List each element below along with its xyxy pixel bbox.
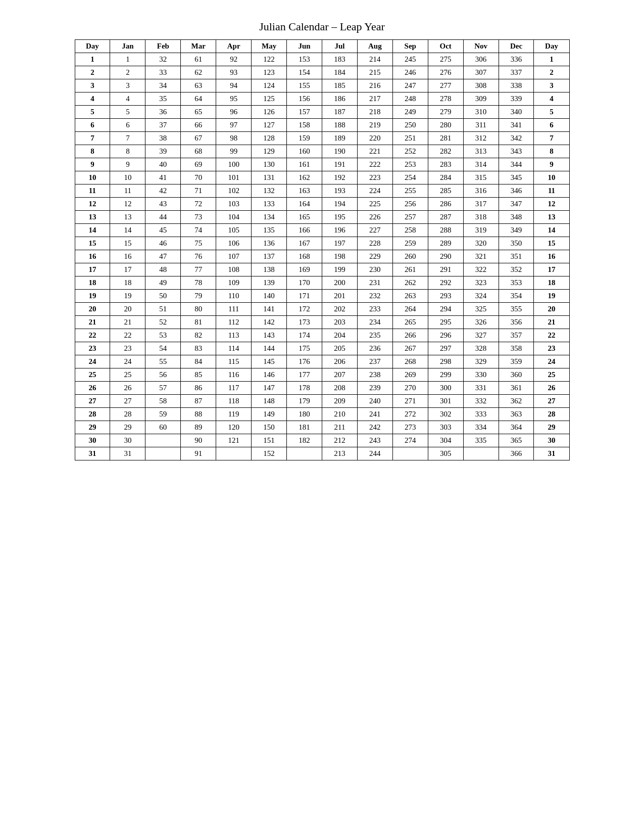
cell-aug: 216 <box>357 79 392 92</box>
cell-jun: 154 <box>287 66 322 79</box>
cell-nov: 322 <box>463 263 499 276</box>
cell-jan: 30 <box>110 434 145 447</box>
cell-sep: 269 <box>392 368 428 382</box>
day-label: 16 <box>75 250 110 263</box>
cell-aug: 235 <box>357 329 392 342</box>
cell-jun: 177 <box>287 368 322 382</box>
cell-apr: 101 <box>216 171 252 184</box>
table-row: 443564951251561862172482783093394 <box>75 92 569 106</box>
cell-aug: 241 <box>357 408 392 421</box>
cell-may: 130 <box>252 158 287 171</box>
day-label: 8 <box>75 145 110 158</box>
cell-may: 123 <box>252 66 287 79</box>
cell-dec: 338 <box>499 79 534 92</box>
cell-mar: 63 <box>181 79 216 92</box>
table-row: 30309012115118221224327430433536530 <box>75 434 569 447</box>
cell-jun: 170 <box>287 276 322 290</box>
day-label: 15 <box>75 237 110 250</box>
cell-mar: 91 <box>181 447 216 460</box>
cell-feb: 44 <box>145 211 181 224</box>
cell-jul: 203 <box>322 316 357 329</box>
cell-oct: 289 <box>428 237 463 250</box>
cell-dec: 352 <box>499 263 534 276</box>
day-label: 29 <box>75 421 110 434</box>
cell-feb: 51 <box>145 303 181 316</box>
column-header-jan: Jan <box>110 40 145 53</box>
cell-jul: 210 <box>322 408 357 421</box>
cell-dec: 342 <box>499 132 534 145</box>
column-header-oct: Oct <box>428 40 463 53</box>
cell-sep: 274 <box>392 434 428 447</box>
cell-jun: 180 <box>287 408 322 421</box>
cell-nov: 312 <box>463 132 499 145</box>
cell-aug: 222 <box>357 158 392 171</box>
cell-sep: 270 <box>392 382 428 395</box>
day-label: 17 <box>75 263 110 276</box>
day-label-end: 25 <box>534 368 569 382</box>
cell-jun: 161 <box>287 158 322 171</box>
cell-feb: 47 <box>145 250 181 263</box>
cell-dec: 349 <box>499 224 534 237</box>
cell-mar: 61 <box>181 53 216 66</box>
cell-oct: 286 <box>428 198 463 211</box>
cell-dec: 347 <box>499 198 534 211</box>
cell-aug: 226 <box>357 211 392 224</box>
cell-aug: 242 <box>357 421 392 434</box>
cell-sep: 258 <box>392 224 428 237</box>
table-row: 9940691001301611912222532833143449 <box>75 158 569 171</box>
cell-sep: 272 <box>392 408 428 421</box>
cell-nov: 321 <box>463 250 499 263</box>
cell-aug: 240 <box>357 395 392 408</box>
day-label: 4 <box>75 92 110 106</box>
cell-nov: 326 <box>463 316 499 329</box>
table-row: 663766971271581882192502803113416 <box>75 119 569 132</box>
cell-dec: 359 <box>499 355 534 368</box>
cell-dec: 360 <box>499 368 534 382</box>
day-label-end: 21 <box>534 316 569 329</box>
cell-sep: 264 <box>392 303 428 316</box>
cell-jul: 208 <box>322 382 357 395</box>
cell-oct: 292 <box>428 276 463 290</box>
column-header-feb: Feb <box>145 40 181 53</box>
cell-dec: 346 <box>499 184 534 198</box>
day-label-end: 29 <box>534 421 569 434</box>
cell-jun: 175 <box>287 342 322 355</box>
cell-may: 135 <box>252 224 287 237</box>
cell-jul: 192 <box>322 171 357 184</box>
cell-apr: 108 <box>216 263 252 276</box>
cell-feb: 43 <box>145 198 181 211</box>
cell-dec: 355 <box>499 303 534 316</box>
cell-dec: 337 <box>499 66 534 79</box>
day-label: 7 <box>75 132 110 145</box>
cell-aug: 218 <box>357 106 392 119</box>
cell-apr: 115 <box>216 355 252 368</box>
day-label: 18 <box>75 276 110 290</box>
cell-aug: 239 <box>357 382 392 395</box>
cell-aug: 219 <box>357 119 392 132</box>
cell-jan: 13 <box>110 211 145 224</box>
cell-nov: 335 <box>463 434 499 447</box>
cell-sep: 245 <box>392 53 428 66</box>
cell-jul: 186 <box>322 92 357 106</box>
cell-aug: 221 <box>357 145 392 158</box>
cell-oct: 297 <box>428 342 463 355</box>
cell-apr: 95 <box>216 92 252 106</box>
cell-dec: 357 <box>499 329 534 342</box>
cell-apr: 111 <box>216 303 252 316</box>
cell-jan: 4 <box>110 92 145 106</box>
cell-apr: 106 <box>216 237 252 250</box>
day-label-end: 3 <box>534 79 569 92</box>
cell-jan: 14 <box>110 224 145 237</box>
cell-oct: 280 <box>428 119 463 132</box>
cell-nov: 313 <box>463 145 499 158</box>
cell-feb: 40 <box>145 158 181 171</box>
day-label: 25 <box>75 368 110 382</box>
table-row: 1010417010113116219222325428431534510 <box>75 171 569 184</box>
cell-mar: 76 <box>181 250 216 263</box>
table-row: 333463941241551852162472773083383 <box>75 79 569 92</box>
day-label: 20 <box>75 303 110 316</box>
column-header-day: Day <box>534 40 569 53</box>
day-label-end: 26 <box>534 382 569 395</box>
table-row: 2727588711814817920924027130133236227 <box>75 395 569 408</box>
cell-nov: 328 <box>463 342 499 355</box>
